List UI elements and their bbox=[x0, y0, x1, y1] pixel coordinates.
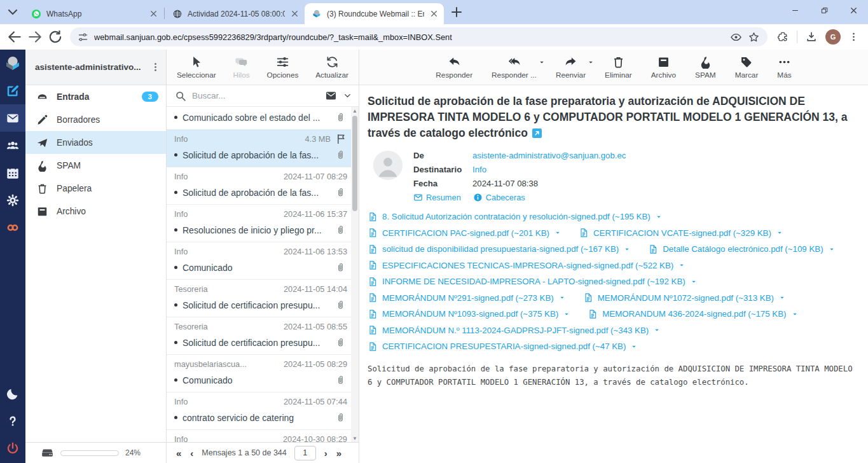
message-list-item[interactable]: mayusbelariascua...2024-11-05 08:29Comun… bbox=[167, 355, 351, 392]
attachment-link[interactable]: MEMORANDUM 436-2024-signed.pdf (~175 KB) bbox=[588, 309, 798, 319]
message-list-item[interactable]: Comunicado sobre el estado del ... bbox=[167, 107, 351, 130]
message-list-item[interactable]: Tesoreria2024-11-05 08:55Solicitud de ce… bbox=[167, 317, 351, 355]
list-toolbar-seleccionar[interactable]: Seleccionar bbox=[177, 55, 216, 79]
eye-icon[interactable] bbox=[730, 31, 742, 43]
folder-item-spam[interactable]: SPAM bbox=[25, 154, 166, 177]
url-field[interactable]: webmail.sanjuan.gob.ec/cpsess5992236829/… bbox=[70, 27, 768, 46]
taskbar-item-help[interactable] bbox=[0, 407, 25, 434]
caret-icon[interactable] bbox=[791, 310, 799, 318]
caret-icon[interactable] bbox=[828, 245, 836, 253]
caret-icon[interactable] bbox=[587, 59, 595, 66]
caret-icon[interactable] bbox=[563, 310, 570, 318]
attachment-link[interactable]: CERTIFICACION PAC-signed.pdf (~201 KB) bbox=[368, 228, 561, 238]
search-input[interactable] bbox=[192, 91, 319, 100]
attachment-link[interactable]: MEMORÁNDUM Nº1072-signed.pdf (~313 KB) bbox=[583, 293, 786, 303]
caret-icon[interactable] bbox=[558, 294, 566, 301]
folder-item-entrada[interactable]: Entrada3 bbox=[25, 85, 166, 108]
caret-icon[interactable] bbox=[538, 59, 546, 66]
forward-button[interactable] bbox=[27, 29, 43, 45]
caret-icon[interactable] bbox=[655, 213, 663, 221]
extensions-icon[interactable] bbox=[776, 31, 789, 43]
action-resumen[interactable]: Resumen bbox=[413, 193, 461, 202]
message-list-item[interactable]: Info2024-11-05 07:44contrato servicio de… bbox=[167, 392, 351, 430]
caret-icon[interactable] bbox=[554, 229, 561, 237]
action-cabeceras[interactable]: Cabeceras bbox=[473, 193, 525, 202]
close-window-button[interactable] bbox=[839, 0, 868, 21]
taskbar-item-cpanel-link[interactable] bbox=[0, 214, 25, 241]
folder-item-papelera[interactable]: Papelera bbox=[25, 177, 166, 200]
flag-icon[interactable] bbox=[335, 133, 347, 145]
attachment-link[interactable]: ESPECIFICACIONES TECNICAS-IMPRESORA-sign… bbox=[368, 260, 685, 270]
message-list-item[interactable]: Tesoreria2024-11-05 14:04Solicitud de ce… bbox=[167, 280, 351, 317]
close-tab-icon[interactable] bbox=[149, 9, 158, 18]
folders-menu-icon[interactable] bbox=[150, 62, 161, 73]
header-value[interactable]: Info bbox=[472, 165, 486, 174]
message-list-item[interactable]: Info2024-10-30 08:29ordenes de compra ca… bbox=[167, 430, 351, 442]
message-toolbar-eliminar[interactable]: Eliminar bbox=[605, 55, 632, 79]
taskbar-item-calendar[interactable] bbox=[0, 159, 25, 186]
caret-icon[interactable] bbox=[778, 294, 786, 301]
close-tab-icon[interactable] bbox=[290, 9, 300, 18]
next-page-button[interactable]: › bbox=[320, 448, 332, 459]
caret-icon[interactable] bbox=[630, 343, 638, 350]
attachment-link[interactable]: MEMORÁNDUM N.º 1113-2024-GADPRSJ-PJFT-si… bbox=[368, 325, 661, 335]
caret-icon[interactable] bbox=[776, 229, 783, 237]
taskbar-item-roundcube-logo[interactable] bbox=[0, 50, 25, 77]
caret-icon[interactable] bbox=[690, 278, 698, 286]
scroll-up-arrow[interactable]: ▲ bbox=[351, 107, 359, 114]
open-in-new-window-icon[interactable] bbox=[532, 128, 542, 138]
taskbar-item-dark-mode[interactable] bbox=[0, 380, 25, 407]
browser-tab[interactable]: (3) Roundcube Webmail :: Envi bbox=[305, 3, 444, 24]
attachment-link[interactable]: MEMORÁNDUM Nº291-signed.pdf (~273 KB) bbox=[368, 293, 566, 303]
close-tab-icon[interactable] bbox=[429, 9, 439, 18]
taskbar-item-contacts[interactable] bbox=[0, 132, 25, 159]
taskbar-item-settings[interactable] bbox=[0, 186, 25, 214]
message-toolbar-más[interactable]: Más bbox=[777, 55, 791, 79]
scrollbar-thumb[interactable] bbox=[352, 116, 357, 211]
message-toolbar-marcar[interactable]: Marcar bbox=[735, 55, 759, 79]
list-toolbar-hilos[interactable]: Hilos bbox=[233, 55, 249, 79]
attachment-link[interactable]: solicitud de disponibilidad presupuestar… bbox=[368, 244, 631, 254]
url-text[interactable]: webmail.sanjuan.gob.ec/cpsess5992236829/… bbox=[94, 32, 724, 42]
first-page-button[interactable]: « bbox=[172, 448, 186, 459]
message-toolbar-spam[interactable]: SPAM bbox=[695, 55, 716, 79]
site-info-icon[interactable] bbox=[78, 32, 88, 43]
message-list-item[interactable]: Info2024-11-06 15:37Resoluciones de inic… bbox=[167, 205, 351, 242]
attachment-link[interactable]: CERTIFICACION PRESUPESTARIA-signed-signe… bbox=[368, 342, 638, 352]
scroll-down-arrow[interactable]: ▼ bbox=[351, 434, 359, 442]
caret-icon[interactable] bbox=[623, 245, 631, 253]
list-toolbar-actualizar[interactable]: Actualizar bbox=[315, 55, 348, 79]
attachment-link[interactable]: Detalle Catálogo electrónico.pdf (~109 K… bbox=[648, 244, 835, 254]
attachment-link[interactable]: 8. Solicitud Autorización contratación y… bbox=[368, 212, 663, 222]
browser-tab[interactable]: Actividad 2024-11-05 08:00:00 bbox=[165, 3, 305, 24]
taskbar-item-compose[interactable] bbox=[0, 77, 25, 104]
minimize-button[interactable] bbox=[780, 0, 809, 21]
taskbar-item-logout[interactable] bbox=[0, 434, 25, 462]
back-button[interactable] bbox=[6, 29, 23, 45]
reload-button[interactable] bbox=[47, 29, 64, 45]
prev-page-button[interactable]: ‹ bbox=[186, 448, 198, 459]
folder-item-archivo[interactable]: Archivo bbox=[25, 200, 166, 223]
bookmark-star-icon[interactable] bbox=[748, 31, 760, 43]
restore-button[interactable] bbox=[809, 0, 839, 21]
header-value[interactable]: asistente-administrativo@sanjuan.gob.ec bbox=[472, 151, 626, 160]
browser-tab[interactable]: WhatsApp bbox=[24, 3, 163, 24]
folder-item-enviados[interactable]: Enviados bbox=[25, 131, 166, 154]
page-number-box[interactable]: 1 bbox=[294, 446, 316, 460]
search-options-chevron-icon[interactable] bbox=[343, 91, 352, 100]
last-page-button[interactable]: » bbox=[332, 448, 346, 459]
taskbar-item-mail[interactable] bbox=[0, 104, 25, 132]
message-list-item[interactable]: Info4.3 MBSolicitud de aprobación de la … bbox=[167, 130, 351, 167]
folder-item-borradores[interactable]: Borradores bbox=[25, 108, 166, 131]
browser-menu-icon[interactable] bbox=[848, 31, 859, 43]
downloads-icon[interactable] bbox=[805, 31, 818, 43]
list-scrollbar[interactable]: ▲ ▼ bbox=[351, 107, 359, 442]
message-toolbar-responder[interactable]: Responder bbox=[436, 55, 472, 79]
attachment-link[interactable]: CERTIFICACION VCATE-signed.pdf (~329 KB) bbox=[579, 228, 783, 238]
message-toolbar-responder[interactable]: Responder ... bbox=[492, 55, 537, 79]
attachment-link[interactable]: MEMORÁNDUM Nº1093-signed.pdf (~375 KB) bbox=[368, 309, 570, 319]
list-toolbar-opciones[interactable]: Opciones bbox=[267, 55, 299, 79]
tab-search-button[interactable] bbox=[5, 4, 20, 20]
caret-icon[interactable] bbox=[653, 326, 661, 334]
search-scope-envelope-icon[interactable] bbox=[325, 90, 337, 102]
